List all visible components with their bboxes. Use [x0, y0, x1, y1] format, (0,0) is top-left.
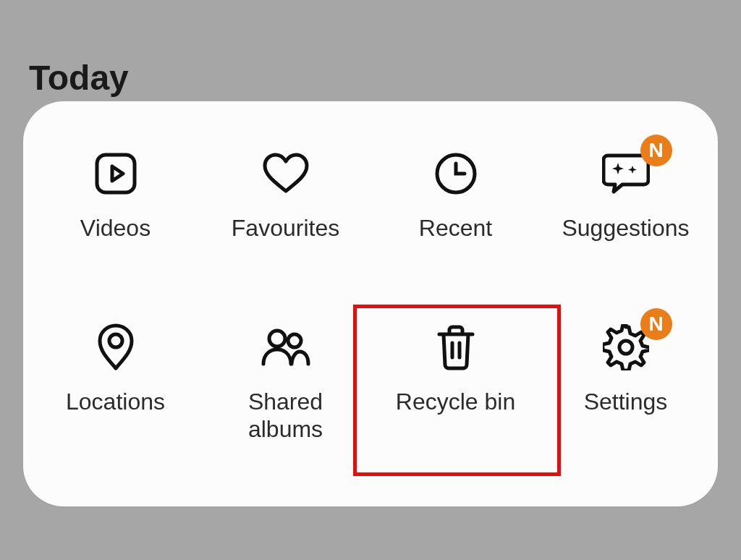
recent-label: Recent: [419, 214, 492, 242]
shared-albums-tile[interactable]: Shared albums: [200, 304, 370, 478]
videos-label: Videos: [80, 214, 151, 242]
trash-icon: [427, 318, 485, 376]
svg-point-5: [619, 341, 632, 354]
svg-rect-0: [97, 155, 135, 192]
location-pin-icon: [87, 318, 145, 376]
svg-point-4: [288, 334, 301, 347]
settings-tile[interactable]: N Settings: [541, 304, 711, 478]
section-title: Today: [29, 58, 129, 98]
suggestions-label: Suggestions: [562, 214, 689, 242]
card-container: Videos Favourites Recent: [23, 101, 718, 506]
new-badge: N: [640, 308, 672, 340]
videos-tile[interactable]: Videos: [30, 130, 200, 304]
gear-icon: N: [597, 318, 655, 376]
recycle-bin-label: Recycle bin: [396, 388, 515, 415]
favourites-label: Favourites: [232, 214, 339, 242]
sparkle-chat-icon: N: [597, 145, 655, 203]
svg-point-2: [109, 334, 122, 347]
suggestions-tile[interactable]: N Suggestions: [541, 130, 711, 304]
video-icon: [87, 145, 145, 203]
settings-label: Settings: [584, 388, 668, 415]
locations-tile[interactable]: Locations: [30, 304, 200, 478]
recycle-bin-tile[interactable]: Recycle bin: [370, 304, 541, 478]
favourites-tile[interactable]: Favourites: [200, 130, 370, 304]
svg-point-3: [269, 331, 285, 347]
recent-tile[interactable]: Recent: [370, 130, 541, 304]
new-badge: N: [640, 135, 672, 166]
locations-label: Locations: [66, 388, 165, 415]
people-icon: [257, 318, 315, 376]
clock-icon: [427, 145, 485, 203]
heart-icon: [257, 145, 315, 203]
shared-albums-label: Shared albums: [210, 388, 362, 444]
